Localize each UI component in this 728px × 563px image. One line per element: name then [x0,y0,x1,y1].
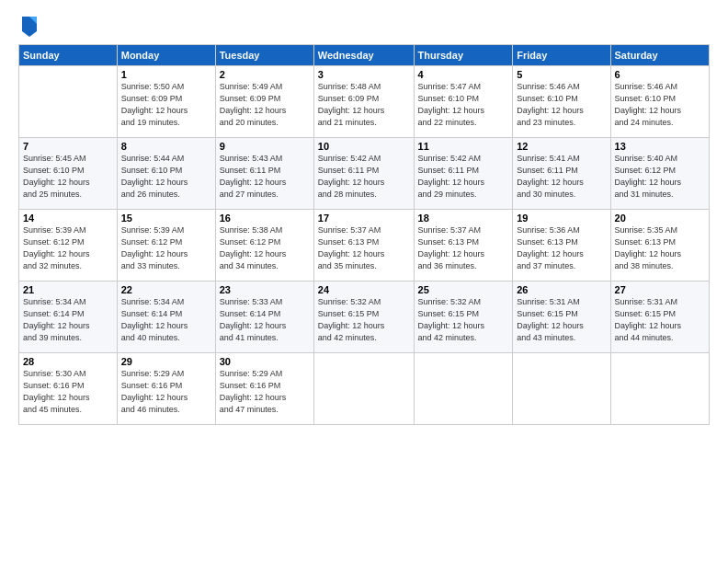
day-number: 30 [220,356,310,367]
day-number: 21 [23,284,113,295]
day-number: 18 [418,213,509,224]
cell-content: Sunrise: 5:29 AM Sunset: 6:16 PM Dayligh… [121,368,211,416]
cell-content: Sunrise: 5:31 AM Sunset: 6:15 PM Dayligh… [615,296,705,344]
calendar-cell: 13Sunrise: 5:40 AM Sunset: 6:12 PM Dayli… [610,138,709,210]
weekday-tuesday: Tuesday [215,45,313,66]
calendar-cell: 20Sunrise: 5:35 AM Sunset: 6:13 PM Dayli… [610,210,709,282]
calendar-cell: 30Sunrise: 5:29 AM Sunset: 6:16 PM Dayli… [215,353,313,425]
calendar-cell: 29Sunrise: 5:29 AM Sunset: 6:16 PM Dayli… [117,353,215,425]
logo-icon [20,15,37,35]
weekday-saturday: Saturday [610,45,709,66]
page: SundayMondayTuesdayWednesdayThursdayFrid… [0,0,728,563]
weekday-wednesday: Wednesday [313,45,414,66]
calendar-cell: 15Sunrise: 5:39 AM Sunset: 6:12 PM Dayli… [117,210,215,282]
calendar-body: 1Sunrise: 5:50 AM Sunset: 6:09 PM Daylig… [19,66,710,425]
cell-content: Sunrise: 5:45 AM Sunset: 6:10 PM Dayligh… [23,153,113,201]
calendar-cell: 25Sunrise: 5:32 AM Sunset: 6:15 PM Dayli… [414,282,513,353]
calendar-cell: 3Sunrise: 5:48 AM Sunset: 6:09 PM Daylig… [313,66,414,138]
day-number: 26 [517,284,606,295]
calendar-cell: 19Sunrise: 5:36 AM Sunset: 6:13 PM Dayli… [513,210,610,282]
day-number: 2 [220,69,310,80]
logo [18,15,37,35]
calendar-cell: 1Sunrise: 5:50 AM Sunset: 6:09 PM Daylig… [117,66,215,138]
cell-content: Sunrise: 5:29 AM Sunset: 6:16 PM Dayligh… [220,368,310,416]
calendar-cell: 17Sunrise: 5:37 AM Sunset: 6:13 PM Dayli… [313,210,414,282]
day-number: 19 [517,213,606,224]
day-number: 12 [517,141,606,152]
day-number: 28 [23,356,113,367]
day-number: 13 [615,141,705,152]
week-row-1: 7Sunrise: 5:45 AM Sunset: 6:10 PM Daylig… [19,138,710,210]
day-number: 17 [318,213,410,224]
day-number: 23 [220,284,310,295]
cell-content: Sunrise: 5:42 AM Sunset: 6:11 PM Dayligh… [318,153,410,201]
calendar-cell: 28Sunrise: 5:30 AM Sunset: 6:16 PM Dayli… [19,353,118,425]
calendar: SundayMondayTuesdayWednesdayThursdayFrid… [18,44,710,425]
day-number: 5 [517,69,606,80]
calendar-cell [313,353,414,425]
cell-content: Sunrise: 5:36 AM Sunset: 6:13 PM Dayligh… [517,224,606,272]
calendar-cell: 22Sunrise: 5:34 AM Sunset: 6:14 PM Dayli… [117,282,215,353]
calendar-cell: 6Sunrise: 5:46 AM Sunset: 6:10 PM Daylig… [610,66,709,138]
day-number: 15 [121,213,211,224]
calendar-cell: 8Sunrise: 5:44 AM Sunset: 6:10 PM Daylig… [117,138,215,210]
day-number: 25 [418,284,509,295]
calendar-cell: 2Sunrise: 5:49 AM Sunset: 6:09 PM Daylig… [215,66,313,138]
day-number: 22 [121,284,211,295]
calendar-cell [414,353,513,425]
calendar-cell: 4Sunrise: 5:47 AM Sunset: 6:10 PM Daylig… [414,66,513,138]
calendar-cell: 5Sunrise: 5:46 AM Sunset: 6:10 PM Daylig… [513,66,610,138]
weekday-sunday: Sunday [19,45,118,66]
day-number: 20 [615,213,705,224]
day-number: 9 [220,141,310,152]
calendar-cell: 14Sunrise: 5:39 AM Sunset: 6:12 PM Dayli… [19,210,118,282]
day-number: 14 [23,213,113,224]
calendar-cell: 27Sunrise: 5:31 AM Sunset: 6:15 PM Dayli… [610,282,709,353]
cell-content: Sunrise: 5:50 AM Sunset: 6:09 PM Dayligh… [121,81,211,129]
calendar-cell [513,353,610,425]
cell-content: Sunrise: 5:34 AM Sunset: 6:14 PM Dayligh… [23,296,113,344]
cell-content: Sunrise: 5:30 AM Sunset: 6:16 PM Dayligh… [23,368,113,416]
week-row-4: 28Sunrise: 5:30 AM Sunset: 6:16 PM Dayli… [19,353,710,425]
day-number: 29 [121,356,211,367]
day-number: 4 [418,69,509,80]
calendar-cell: 10Sunrise: 5:42 AM Sunset: 6:11 PM Dayli… [313,138,414,210]
calendar-cell: 7Sunrise: 5:45 AM Sunset: 6:10 PM Daylig… [19,138,118,210]
day-number: 10 [318,141,410,152]
day-number: 3 [318,69,410,80]
calendar-cell: 12Sunrise: 5:41 AM Sunset: 6:11 PM Dayli… [513,138,610,210]
cell-content: Sunrise: 5:33 AM Sunset: 6:14 PM Dayligh… [220,296,310,344]
day-number: 27 [615,284,705,295]
day-number: 11 [418,141,509,152]
cell-content: Sunrise: 5:42 AM Sunset: 6:11 PM Dayligh… [418,153,509,201]
weekday-thursday: Thursday [414,45,513,66]
cell-content: Sunrise: 5:40 AM Sunset: 6:12 PM Dayligh… [615,153,705,201]
cell-content: Sunrise: 5:49 AM Sunset: 6:09 PM Dayligh… [220,81,310,129]
calendar-header: SundayMondayTuesdayWednesdayThursdayFrid… [19,45,710,66]
calendar-cell: 11Sunrise: 5:42 AM Sunset: 6:11 PM Dayli… [414,138,513,210]
cell-content: Sunrise: 5:38 AM Sunset: 6:12 PM Dayligh… [220,224,310,272]
cell-content: Sunrise: 5:32 AM Sunset: 6:15 PM Dayligh… [418,296,509,344]
day-number: 1 [121,69,211,80]
cell-content: Sunrise: 5:48 AM Sunset: 6:09 PM Dayligh… [318,81,410,129]
week-row-3: 21Sunrise: 5:34 AM Sunset: 6:14 PM Dayli… [19,282,710,353]
calendar-cell: 9Sunrise: 5:43 AM Sunset: 6:11 PM Daylig… [215,138,313,210]
calendar-cell: 23Sunrise: 5:33 AM Sunset: 6:14 PM Dayli… [215,282,313,353]
cell-content: Sunrise: 5:37 AM Sunset: 6:13 PM Dayligh… [318,224,410,272]
day-number: 8 [121,141,211,152]
cell-content: Sunrise: 5:35 AM Sunset: 6:13 PM Dayligh… [615,224,705,272]
cell-content: Sunrise: 5:47 AM Sunset: 6:10 PM Dayligh… [418,81,509,129]
calendar-cell: 21Sunrise: 5:34 AM Sunset: 6:14 PM Dayli… [19,282,118,353]
week-row-0: 1Sunrise: 5:50 AM Sunset: 6:09 PM Daylig… [19,66,710,138]
cell-content: Sunrise: 5:43 AM Sunset: 6:11 PM Dayligh… [220,153,310,201]
calendar-cell [610,353,709,425]
header [18,15,710,35]
calendar-cell: 26Sunrise: 5:31 AM Sunset: 6:15 PM Dayli… [513,282,610,353]
weekday-monday: Monday [117,45,215,66]
week-row-2: 14Sunrise: 5:39 AM Sunset: 6:12 PM Dayli… [19,210,710,282]
day-number: 24 [318,284,410,295]
cell-content: Sunrise: 5:46 AM Sunset: 6:10 PM Dayligh… [615,81,705,129]
cell-content: Sunrise: 5:34 AM Sunset: 6:14 PM Dayligh… [121,296,211,344]
cell-content: Sunrise: 5:39 AM Sunset: 6:12 PM Dayligh… [121,224,211,272]
cell-content: Sunrise: 5:31 AM Sunset: 6:15 PM Dayligh… [517,296,606,344]
